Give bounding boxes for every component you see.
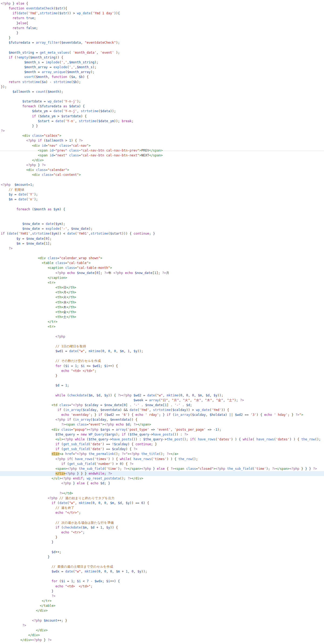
- code-line: return true;: [0, 16, 324, 20]
- code-token: <: [81, 579, 87, 583]
- code-token: 0: [110, 570, 112, 573]
- code-token: </th>: [66, 310, 76, 314]
- code-token: } } }: [75, 472, 89, 475]
- code-token: $allmonth: [12, 90, 30, 94]
- code-token: ) == !: [102, 442, 114, 446]
- code-token: );: [59, 90, 63, 94]
- code-token: $wd2: [235, 413, 243, 417]
- code-line: <?php } else {: [0, 1, 324, 6]
- code-token: date: [18, 193, 26, 196]
- code-token: the_row: [178, 457, 192, 461]
- code-token: [1, 619, 32, 622]
- code-token: [1, 41, 9, 44]
- code-token: =: [42, 100, 48, 103]
- code-token: [1, 6, 9, 10]
- code-line: <span id="next" class="cal-nav-btn cal-n…: [0, 153, 324, 158]
- code-token: $month: [36, 75, 48, 79]
- code-token: [1, 344, 55, 348]
- code-token: ));: [110, 109, 116, 113]
- code-token: $calday: [114, 442, 128, 446]
- code-token: [67, 104, 69, 108]
- code-token: ));: [137, 349, 143, 353]
- code-token: [1, 173, 32, 177]
- code-line: [0, 212, 324, 217]
- code-line: [0, 378, 324, 383]
- code-token: class: [48, 256, 57, 260]
- code-token: ,: [67, 227, 71, 231]
- code-line: <div class="popup"><?php $args = array('…: [0, 427, 324, 432]
- code-token: $m: [83, 526, 86, 529]
- code-token: explode: [46, 227, 59, 231]
- code-token: <th>: [55, 295, 63, 299]
- code-token: </table>: [40, 604, 56, 608]
- code-token: $y: [9, 193, 12, 196]
- code-token: "w": [75, 570, 81, 573]
- code-token: ;: [102, 579, 106, 583]
- code-token: ,: [116, 349, 120, 353]
- code-token: (: [67, 65, 69, 69]
- code-token: class: [69, 153, 79, 157]
- code-token: [1, 222, 22, 226]
- code-token: ; }: [288, 413, 295, 417]
- code-token: ,: [87, 526, 90, 529]
- code-token: ==: [114, 413, 122, 417]
- code-token: <=: [85, 364, 93, 368]
- code-line: }: [0, 540, 324, 544]
- code-line: ?></td>: [0, 491, 324, 496]
- code-line: </table>: [0, 603, 324, 608]
- code-token: )) {: [221, 408, 229, 412]
- code-token: +: [120, 570, 126, 573]
- code-view[interactable]: <?php } else { function eventdateCheck($…: [0, 0, 324, 644]
- code-line: ?>: [0, 594, 324, 598]
- code-token: $y: [16, 237, 20, 241]
- code-token: [1, 16, 12, 20]
- code-token: <?php: [63, 437, 73, 441]
- code-token: [1, 188, 9, 191]
- code-token: [1, 624, 22, 627]
- code-token: while: [120, 457, 130, 461]
- code-token: ' rday': [145, 413, 159, 417]
- code-line: [0, 574, 324, 579]
- code-token: [20, 80, 22, 84]
- code-token: );: [234, 398, 240, 402]
- code-token: ?>: [295, 413, 299, 417]
- code-token: $start: [110, 232, 122, 235]
- code-token: 'Y-n-j': [63, 100, 77, 103]
- code-token: ,: [130, 349, 133, 353]
- code-line: <table class="cal-table">: [0, 261, 324, 265]
- code-token: '6': [122, 413, 128, 417]
- code-token: ()) :: [131, 437, 143, 441]
- code-token: (: [274, 437, 276, 441]
- code-line: $wd1 = date("w", mktime(0, 0, 0, $m, 1, …: [0, 349, 324, 354]
- code-token: $data: [69, 104, 79, 108]
- code-token: =: [34, 51, 40, 54]
- code-token: -: [89, 579, 94, 583]
- code-token: strtotime: [90, 232, 108, 235]
- code-token: "<tr>": [71, 530, 83, 534]
- code-token: ,: [100, 570, 104, 573]
- code-token: $b: [73, 80, 77, 84]
- code-token: ++; }: [58, 619, 67, 622]
- code-line: $d++;: [0, 550, 324, 554]
- code-token: (: [90, 418, 92, 422]
- code-token: echo: [61, 530, 69, 534]
- code-token: (: [58, 11, 59, 15]
- code-token: <?php: [48, 496, 57, 500]
- code-token: (: [59, 447, 63, 451]
- code-token: "木": [205, 398, 212, 402]
- code-token: $wd1: [55, 349, 63, 353]
- code-token: ,: [133, 570, 137, 573]
- code-token: <th>: [55, 305, 63, 309]
- code-token: ,: [201, 398, 205, 402]
- code-token: ;: [73, 579, 77, 583]
- code-token: [67, 153, 69, 157]
- code-token: 'Ymd 1 day': [93, 11, 114, 15]
- code-token: =>: [149, 428, 157, 431]
- code-line: </div>: [0, 628, 324, 633]
- code-line: [0, 45, 324, 50]
- code-token: (: [155, 393, 157, 397]
- code-token: ,: [163, 393, 167, 397]
- code-token: [1, 197, 9, 201]
- code-token: (!: [12, 56, 18, 59]
- code-token: $eventdata: [100, 408, 120, 412]
